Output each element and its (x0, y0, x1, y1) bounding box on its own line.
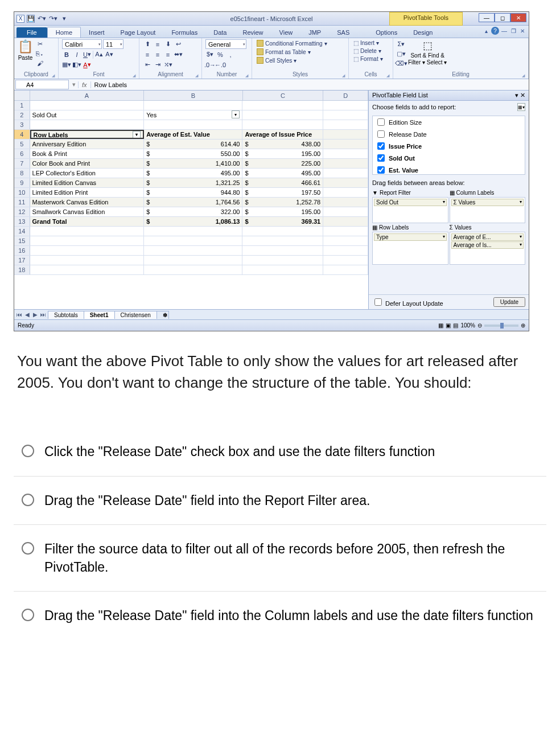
select-all-corner[interactable] (14, 91, 30, 100)
tab-formulas[interactable]: Formulas (163, 27, 205, 38)
row-labels-drop[interactable]: Type (372, 232, 448, 265)
font-size-combo[interactable]: 11 (103, 39, 123, 49)
tab-review[interactable]: Review (234, 27, 271, 38)
dec-decimal-icon[interactable]: ←.0 (216, 60, 225, 69)
sheet-nav-last-icon[interactable]: ⏭ (39, 311, 47, 318)
fill-color-icon[interactable]: ◧▾ (72, 60, 81, 69)
font-color-icon[interactable]: A▾ (83, 60, 92, 69)
close-button[interactable]: ✕ (510, 13, 526, 22)
tab-sas[interactable]: SAS (329, 27, 357, 38)
italic-icon[interactable]: I (72, 50, 81, 59)
comma-icon[interactable]: , (226, 50, 235, 59)
merge-icon[interactable]: ⬌▾ (174, 50, 183, 59)
col-header-b[interactable]: B (144, 91, 242, 100)
filter-dropdown-icon[interactable]: ▾ (232, 110, 240, 118)
tab-file[interactable]: File (17, 27, 47, 38)
sheet-tab-subtotals[interactable]: Subtotals (48, 311, 84, 319)
field-release-date[interactable]: Release Date (373, 128, 525, 140)
view-break-icon[interactable]: ▤ (453, 322, 458, 329)
delete-cells-button[interactable]: ⬚ Delete ▾ (352, 47, 389, 55)
layout-button-icon[interactable]: ▦▾ (517, 103, 525, 111)
number-format-combo[interactable]: General (205, 39, 246, 49)
option-radio-3[interactable] (22, 542, 34, 555)
sheet-tab-sheet1[interactable]: Sheet1 (84, 311, 115, 319)
formula-content[interactable]: Row Labels (91, 81, 529, 88)
field-issue-price[interactable]: Issue Price (373, 140, 525, 152)
col-header-d[interactable]: D (323, 91, 368, 100)
clear-icon[interactable]: ⌫▾ (397, 59, 406, 68)
minimize-button[interactable]: — (479, 13, 495, 22)
sheet-nav-prev-icon[interactable]: ◀ (23, 311, 31, 318)
align-top-icon[interactable]: ⬆ (143, 40, 152, 49)
name-box[interactable]: A4 (15, 80, 69, 89)
column-labels-drop[interactable]: Σ Values (450, 197, 526, 223)
min-ribbon-icon[interactable]: ▴ (482, 27, 490, 35)
autosum-icon[interactable]: Σ▾ (397, 39, 406, 48)
tab-home[interactable]: Home (47, 27, 81, 38)
option-radio-4[interactable] (22, 609, 34, 621)
tab-page-layout[interactable]: Page Layout (113, 27, 164, 38)
values-drop[interactable]: Average of E... Average of Is... (450, 232, 526, 265)
taskpane-close-icon[interactable]: ✕ (520, 92, 525, 98)
align-bottom-icon[interactable]: ⬇ (163, 40, 172, 49)
tab-view[interactable]: View (271, 27, 301, 38)
worksheet-grid[interactable]: A B C D 1 2 Sold Out Yes▾ 3 4 (14, 91, 368, 309)
wb-minimize-icon[interactable]: — (500, 27, 508, 35)
align-left-icon[interactable]: ≡ (143, 50, 152, 59)
zoom-slider[interactable] (484, 325, 518, 327)
font-name-combo[interactable]: Calibri (62, 39, 102, 49)
accounting-icon[interactable]: $▾ (205, 50, 215, 59)
fill-icon[interactable]: ▢▾ (397, 49, 406, 58)
inc-decimal-icon[interactable]: .0→ (205, 60, 215, 69)
sheet-nav-next-icon[interactable]: ▶ (31, 311, 39, 318)
orientation-icon[interactable]: ⤭▾ (163, 60, 172, 69)
copy-icon[interactable]: ⎘▾ (35, 49, 44, 58)
tab-jmp[interactable]: JMP (300, 27, 329, 38)
align-center-icon[interactable]: ≡ (153, 50, 162, 59)
update-button[interactable]: Update (493, 297, 525, 307)
fx-icon[interactable]: fx (78, 81, 91, 88)
cell-styles-button[interactable]: Cell Styles ▾ (256, 56, 345, 64)
report-filter-drop[interactable]: Sold Out (372, 197, 448, 223)
wb-close-icon[interactable]: ✕ (518, 27, 526, 35)
sheet-nav-first-icon[interactable]: ⏮ (15, 311, 23, 318)
option-radio-2[interactable] (22, 494, 34, 506)
paste-icon[interactable]: 📋 (18, 39, 33, 54)
field-edition-size[interactable]: Edition Size (373, 116, 525, 128)
percent-icon[interactable]: % (216, 50, 225, 59)
borders-icon[interactable]: ▦▾ (62, 60, 71, 69)
underline-icon[interactable]: U▾ (83, 50, 92, 59)
defer-update-checkbox[interactable]: Defer Layout Update (372, 297, 443, 307)
shrink-font-icon[interactable]: A▾ (105, 50, 114, 59)
help-icon[interactable]: ? (491, 27, 499, 35)
bold-icon[interactable]: B (62, 50, 71, 59)
col-header-a[interactable]: A (30, 91, 145, 100)
row-labels-dropdown-icon[interactable]: ▾ (133, 131, 141, 139)
tab-data[interactable]: Data (205, 27, 234, 38)
tab-options[interactable]: Options (368, 27, 405, 38)
view-normal-icon[interactable]: ▦ (438, 322, 443, 329)
align-right-icon[interactable]: ≡ (163, 50, 172, 59)
tab-design[interactable]: Design (405, 27, 440, 38)
format-as-table-button[interactable]: Format as Table ▾ (256, 48, 345, 56)
align-middle-icon[interactable]: ≡ (153, 40, 162, 49)
new-sheet-icon[interactable]: ✽ (157, 311, 169, 319)
field-sold-out[interactable]: Sold Out (373, 152, 525, 164)
grow-font-icon[interactable]: A▴ (94, 50, 104, 59)
zoom-out-icon[interactable]: ⊖ (477, 322, 482, 329)
indent-inc-icon[interactable]: ⇥ (153, 60, 162, 69)
col-header-c[interactable]: C (243, 91, 324, 100)
sort-filter-icon[interactable]: ⬚ (423, 39, 433, 52)
zoom-in-icon[interactable]: ⊕ (521, 322, 525, 329)
taskpane-dropdown-icon[interactable]: ▾ (515, 92, 518, 98)
field-est.-value[interactable]: Est. Value (373, 164, 525, 175)
field-list[interactable]: Edition Size Release Date Issue Price So… (372, 116, 525, 175)
conditional-formatting-button[interactable]: Conditional Formatting ▾ (256, 39, 345, 47)
view-layout-icon[interactable]: ▣ (446, 322, 451, 329)
maximize-button[interactable]: ◻ (495, 13, 510, 22)
cut-icon[interactable]: ✂ (35, 39, 44, 48)
option-radio-1[interactable] (22, 445, 34, 457)
tab-insert[interactable]: Insert (81, 27, 113, 38)
wb-restore-icon[interactable]: ❐ (509, 27, 517, 35)
format-painter-icon[interactable]: 🖌 (35, 59, 44, 68)
